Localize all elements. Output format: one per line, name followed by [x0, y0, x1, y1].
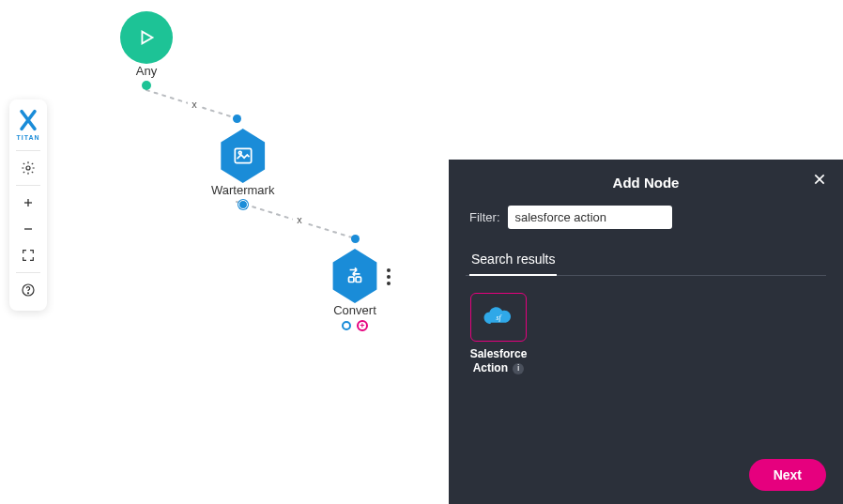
- watermark-output-port[interactable]: [238, 200, 248, 209]
- left-toolbar: TITAN: [9, 99, 47, 311]
- salesforce-cloud-icon: sf: [470, 293, 527, 342]
- convert-input-port[interactable]: [351, 235, 360, 243]
- play-icon: [120, 11, 173, 64]
- svg-rect-6: [356, 277, 360, 282]
- filter-input[interactable]: [508, 206, 672, 229]
- delete-edge-start-watermark[interactable]: x: [188, 98, 201, 111]
- image-icon: [219, 129, 268, 183]
- svg-rect-5: [349, 277, 354, 282]
- panel-close-button[interactable]: [809, 171, 830, 191]
- tab-search-results[interactable]: Search results: [469, 246, 557, 276]
- panel-title: Add Node: [613, 175, 680, 191]
- toolbar-divider: [16, 272, 40, 273]
- convert-node[interactable]: Convert +: [330, 249, 379, 331]
- convert-output-port[interactable]: [342, 321, 351, 330]
- brand-label: TITAN: [16, 134, 39, 141]
- plus-icon: [21, 195, 36, 210]
- add-node-panel: Add Node Filter: Search results sf Sales…: [449, 160, 843, 504]
- next-button[interactable]: Next: [749, 459, 826, 491]
- zoom-in-button[interactable]: [13, 190, 43, 216]
- panel-tabs: Search results: [466, 246, 826, 276]
- filter-label: Filter:: [469, 210, 500, 224]
- watermark-input-port[interactable]: [233, 115, 241, 123]
- settings-button[interactable]: [13, 155, 43, 181]
- toolbar-divider: [16, 150, 40, 151]
- watermark-node[interactable]: Wartermark: [211, 129, 274, 209]
- help-button[interactable]: [13, 277, 43, 303]
- titan-logo-icon: [15, 107, 41, 133]
- gear-icon: [21, 160, 36, 176]
- help-icon: [21, 283, 36, 298]
- zoom-out-button[interactable]: [13, 216, 43, 242]
- info-icon[interactable]: i: [513, 363, 524, 374]
- watermark-node-label: Wartermark: [211, 183, 274, 197]
- convert-icon: [330, 249, 379, 303]
- convert-node-label: Convert: [333, 303, 376, 317]
- svg-point-4: [238, 151, 241, 154]
- results-grid: sf Salesforce Action i: [466, 293, 826, 451]
- svg-point-7: [26, 166, 30, 170]
- close-icon: [812, 172, 827, 187]
- start-node-label: Any: [136, 64, 157, 78]
- svg-marker-2: [142, 32, 152, 44]
- svg-point-12: [27, 293, 28, 294]
- result-salesforce-action[interactable]: sf Salesforce Action i: [469, 293, 528, 375]
- convert-node-menu-button[interactable]: [387, 268, 391, 285]
- add-branch-button[interactable]: +: [357, 320, 368, 331]
- result-label: Salesforce Action i: [470, 347, 528, 375]
- minus-icon: [21, 221, 36, 237]
- start-output-port[interactable]: [142, 81, 151, 90]
- start-node[interactable]: Any: [120, 11, 173, 90]
- fullscreen-icon: [21, 248, 36, 263]
- toolbar-divider: [16, 185, 40, 186]
- fullscreen-button[interactable]: [13, 242, 43, 268]
- delete-edge-watermark-convert[interactable]: x: [293, 213, 306, 226]
